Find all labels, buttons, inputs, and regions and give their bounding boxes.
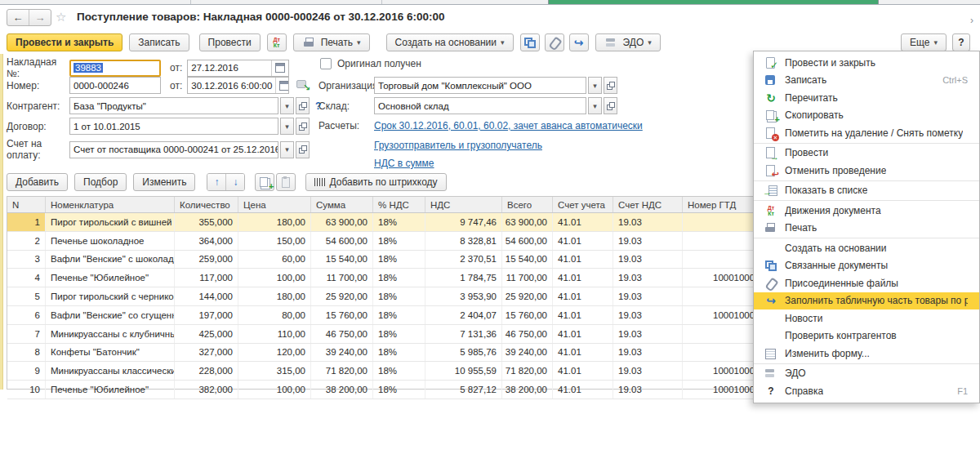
cell-sum[interactable]: 54 600,00 <box>311 232 373 250</box>
cell-sum[interactable]: 63 900,00 <box>311 213 373 231</box>
menu-item[interactable]: Скопировать <box>754 107 979 125</box>
cell-total[interactable]: 15 760,00 <box>502 306 553 324</box>
cell-sum[interactable]: 46 750,00 <box>311 325 373 343</box>
cell-quantity[interactable]: 355,000 <box>175 213 238 231</box>
cell-line-number[interactable]: 6 <box>7 306 46 324</box>
cell-line-number[interactable]: 3 <box>7 251 46 269</box>
settlements-link[interactable]: Срок 30.12.2016, 60.01, 60.02, зачет ава… <box>374 120 643 131</box>
cell-nomenclature[interactable]: Миникруассаны классические <box>46 362 175 380</box>
cell-sum[interactable]: 11 700,00 <box>311 269 373 287</box>
cell-vat[interactable]: 2 370,51 <box>425 251 502 269</box>
fill-tabular-button[interactable] <box>569 33 589 51</box>
cell-price[interactable]: 100,00 <box>238 269 311 287</box>
post-button[interactable]: Провести <box>199 33 261 51</box>
cell-account[interactable]: 41.01 <box>553 344 613 362</box>
payment-invoice-input[interactable]: Счет от поставщика 0000-000241 от 25.12.… <box>69 141 278 158</box>
invoice-no-input[interactable]: 39883 <box>69 60 161 77</box>
cell-quantity[interactable]: 197,000 <box>175 306 238 324</box>
cell-price[interactable]: 150,00 <box>238 232 311 250</box>
number-date-input[interactable]: 30.12.2016 6:00:00 <box>187 77 289 94</box>
cell-vat-rate[interactable]: 18% <box>373 344 425 362</box>
cell-price[interactable]: 100,00 <box>238 381 311 399</box>
print-button[interactable]: Печать ▾ <box>293 33 370 51</box>
cell-price[interactable]: 120,00 <box>238 344 311 362</box>
cell-nomenclature[interactable]: Печенье "Юбилейное" <box>46 269 175 287</box>
cell-vat[interactable]: 5 827,12 <box>425 381 502 399</box>
copy-row-button[interactable] <box>255 173 274 191</box>
cell-quantity[interactable]: 364,000 <box>175 232 238 250</box>
menu-item[interactable]: Отменить проведение <box>754 162 979 180</box>
cell-price[interactable]: 110,00 <box>238 325 311 343</box>
cell-price[interactable]: 180,00 <box>238 287 311 305</box>
forward-button[interactable]: → <box>29 10 51 25</box>
cell-quantity[interactable]: 259,000 <box>175 251 238 269</box>
cell-total[interactable]: 39 240,00 <box>502 344 553 362</box>
cell-vat[interactable]: 5 985,76 <box>425 344 502 362</box>
warehouse-open-button[interactable] <box>604 97 617 114</box>
cell-vat-account[interactable]: 19.03 <box>613 232 683 250</box>
cell-line-number[interactable]: 5 <box>7 287 46 305</box>
organization-dropdown-button[interactable]: ▾ <box>588 77 602 94</box>
cell-vat-rate[interactable]: 18% <box>373 306 425 324</box>
cell-account[interactable]: 41.01 <box>553 232 613 250</box>
menu-item[interactable]: Перечитать <box>754 89 979 107</box>
cell-quantity[interactable]: 327,000 <box>175 344 238 362</box>
counterparty-dropdown-button[interactable]: ▾ <box>280 97 294 114</box>
cell-total[interactable]: 15 540,00 <box>502 251 553 269</box>
edit-row-button[interactable]: Изменить <box>133 173 195 191</box>
cell-account[interactable]: 41.01 <box>553 306 613 324</box>
menu-item[interactable]: Новости <box>754 309 979 327</box>
cell-vat-rate[interactable]: 18% <box>373 269 425 287</box>
cell-quantity[interactable]: 228,000 <box>175 362 238 380</box>
menu-item[interactable]: Присоединенные файлы <box>754 274 979 292</box>
warehouse-dropdown-button[interactable]: ▾ <box>588 97 602 114</box>
move-up-button[interactable]: ↑ <box>207 174 225 190</box>
payment-invoice-open-button[interactable] <box>296 141 310 158</box>
create-on-basis-button[interactable]: Создать на основании ▾ <box>386 33 514 51</box>
calendar-button[interactable] <box>275 78 289 93</box>
menu-item[interactable]: ЭДО <box>754 365 979 383</box>
linked-documents-button[interactable] <box>520 33 540 51</box>
dtkt-button[interactable] <box>267 33 287 51</box>
edo-button[interactable]: ЭДО ▾ <box>595 33 661 51</box>
cell-vat-rate[interactable]: 18% <box>373 362 425 380</box>
cell-vat-rate[interactable]: 18% <box>373 213 425 231</box>
cell-account[interactable]: 41.01 <box>553 325 613 343</box>
cell-total[interactable]: 46 750,00 <box>502 325 553 343</box>
calendar-button[interactable] <box>271 60 285 76</box>
post-and-close-button[interactable]: Провести и закрыть <box>7 33 122 51</box>
cell-line-number[interactable]: 4 <box>7 269 46 287</box>
cell-vat[interactable]: 7 131,36 <box>425 325 502 343</box>
cell-quantity[interactable]: 117,000 <box>175 269 238 287</box>
cell-total[interactable]: 25 920,00 <box>502 287 553 305</box>
paste-row-button[interactable] <box>276 173 296 191</box>
cell-price[interactable]: 80,00 <box>238 306 311 324</box>
cell-vat-rate[interactable]: 18% <box>373 232 425 250</box>
cell-vat-rate[interactable]: 18% <box>373 381 425 399</box>
menu-item[interactable]: Связанные документы <box>754 257 979 275</box>
contract-dropdown-button[interactable]: ▾ <box>280 118 294 135</box>
cell-vat[interactable]: 10 955,59 <box>425 362 502 380</box>
active-tab-indicator[interactable] <box>548 0 879 4</box>
menu-item[interactable]: Справка F1 <box>754 382 979 400</box>
cell-line-number[interactable]: 8 <box>7 344 46 362</box>
favorite-star-icon[interactable]: ☆ <box>56 10 66 24</box>
cell-nomenclature[interactable]: Пирог тирольский с черникой <box>46 287 175 305</box>
cell-vat-account[interactable]: 19.03 <box>613 287 683 305</box>
menu-item[interactable]: Заполнить табличную часть товары по реал… <box>754 292 979 310</box>
cell-account[interactable]: 41.01 <box>553 269 613 287</box>
cell-vat-account[interactable]: 19.03 <box>613 362 683 380</box>
menu-item[interactable]: Провести <box>754 145 979 163</box>
cell-vat-account[interactable]: 19.03 <box>613 213 683 231</box>
cell-vat-account[interactable]: 19.03 <box>613 381 683 399</box>
menu-item[interactable]: Показать в списке <box>754 182 979 200</box>
warehouse-input[interactable]: Основной склад <box>374 97 586 114</box>
cell-account[interactable]: 41.01 <box>553 213 613 231</box>
cell-line-number[interactable]: 10 <box>7 381 46 399</box>
cell-line-number[interactable]: 7 <box>7 325 46 343</box>
original-received-checkbox[interactable] <box>320 58 332 69</box>
cell-price[interactable]: 60,00 <box>238 251 311 269</box>
cell-sum[interactable]: 15 760,00 <box>311 306 373 324</box>
menu-item[interactable]: Пометить на удаление / Снять пометку <box>754 124 979 142</box>
cell-vat[interactable]: 9 747,46 <box>425 213 502 231</box>
